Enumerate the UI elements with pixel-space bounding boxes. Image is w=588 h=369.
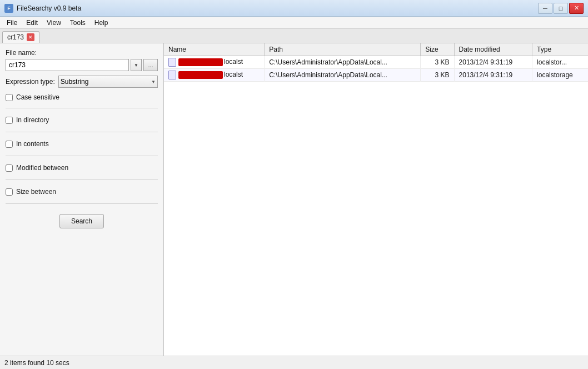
divider-1 — [6, 108, 158, 108]
table-row: localstC:\Users\Administrator\AppData\Lo… — [164, 69, 588, 82]
tab-close-button[interactable]: ✕ — [27, 33, 34, 41]
app-icon: F — [4, 4, 13, 13]
cell-type: localstor... — [532, 56, 588, 69]
maximize-button[interactable]: □ — [554, 3, 568, 14]
in-contents-checkbox[interactable] — [6, 141, 13, 148]
divider-5 — [6, 203, 158, 204]
title-bar: F FileSearchy v0.9 beta ─ □ ✕ — [0, 0, 588, 17]
modified-between-label[interactable]: Modified between — [16, 164, 68, 172]
title-bar-controls: ─ □ ✕ — [538, 3, 584, 14]
right-panel: Name Path Size Date modified Type locals… — [164, 43, 588, 356]
file-name-row: ▼ ... — [6, 59, 158, 71]
menu-help[interactable]: Help — [90, 18, 113, 28]
in-directory-section: In directory — [6, 114, 158, 126]
expression-type-row: Expression type: Substring Exact Wildcar… — [6, 76, 158, 88]
case-sensitive-row: Case sensitive — [6, 92, 158, 102]
search-button-row: Search — [6, 210, 158, 233]
in-directory-checkbox[interactable] — [6, 117, 13, 124]
cell-size: 3 KB — [421, 69, 454, 82]
modified-between-checkbox[interactable] — [6, 164, 13, 172]
results-table: Name Path Size Date modified Type locals… — [164, 43, 588, 82]
in-directory-label[interactable]: In directory — [16, 116, 49, 124]
col-header-path[interactable]: Path — [265, 43, 421, 56]
file-name-dropdown-button[interactable]: ▼ — [131, 59, 142, 71]
table-row: localstC:\Users\Administrator\AppData\Lo… — [164, 56, 588, 69]
col-header-size[interactable]: Size — [421, 43, 454, 56]
cell-name: localst — [164, 56, 265, 69]
cell-date: 2013/12/4 9:31:19 — [454, 56, 532, 69]
in-contents-section: In contents — [6, 138, 158, 150]
cell-path: C:\Users\Administrator\AppData\Local... — [265, 69, 421, 82]
tab-label: cr173 — [7, 33, 24, 41]
cell-path: C:\Users\Administrator\AppData\Local... — [265, 56, 421, 69]
main-area: File name: ▼ ... Expression type: Substr… — [0, 43, 588, 356]
col-header-type[interactable]: Type — [532, 43, 588, 56]
status-bar: 2 items found 10 secs — [0, 356, 588, 369]
cell-type: localstorage — [532, 69, 588, 82]
case-sensitive-label[interactable]: Case sensitive — [16, 93, 59, 101]
title-bar-text: FileSearchy v0.9 beta — [17, 4, 538, 12]
tab-cr173[interactable]: cr173 ✕ — [2, 31, 39, 43]
col-header-date[interactable]: Date modified — [454, 43, 532, 56]
menu-edit[interactable]: Edit — [22, 18, 42, 28]
divider-4 — [6, 179, 158, 180]
menu-bar: File Edit View Tools Help — [0, 17, 588, 29]
menu-view[interactable]: View — [42, 18, 66, 28]
menu-file[interactable]: File — [2, 18, 22, 28]
expression-type-label: Expression type: — [6, 78, 55, 86]
minimize-button[interactable]: ─ — [538, 3, 552, 14]
size-between-label[interactable]: Size between — [16, 188, 56, 196]
expression-type-select-wrap: Substring Exact Wildcard Regex — [58, 76, 158, 88]
cell-name: localst — [164, 69, 265, 82]
left-panel: File name: ▼ ... Expression type: Substr… — [0, 43, 164, 356]
in-contents-label[interactable]: In contents — [16, 140, 49, 148]
col-header-name[interactable]: Name — [164, 43, 265, 56]
browse-button[interactable]: ... — [143, 59, 158, 71]
search-button[interactable]: Search — [59, 214, 104, 228]
size-between-section: Size between — [6, 186, 158, 198]
expression-type-select[interactable]: Substring Exact Wildcard Regex — [58, 76, 158, 88]
menu-tools[interactable]: Tools — [66, 18, 90, 28]
divider-2 — [6, 132, 158, 132]
table-header-row: Name Path Size Date modified Type — [164, 43, 588, 56]
file-name-input[interactable] — [6, 59, 129, 71]
file-name-label: File name: — [6, 49, 158, 57]
status-text: 2 items found 10 secs — [4, 359, 69, 367]
cell-size: 3 KB — [421, 56, 454, 69]
divider-3 — [6, 156, 158, 156]
file-name-group: File name: ▼ ... — [6, 49, 158, 71]
tab-bar: cr173 ✕ — [0, 29, 588, 43]
close-button[interactable]: ✕ — [569, 3, 584, 14]
cell-date: 2013/12/4 9:31:19 — [454, 69, 532, 82]
size-between-checkbox[interactable] — [6, 188, 13, 196]
modified-between-section: Modified between — [6, 162, 158, 174]
case-sensitive-checkbox[interactable] — [6, 94, 13, 101]
